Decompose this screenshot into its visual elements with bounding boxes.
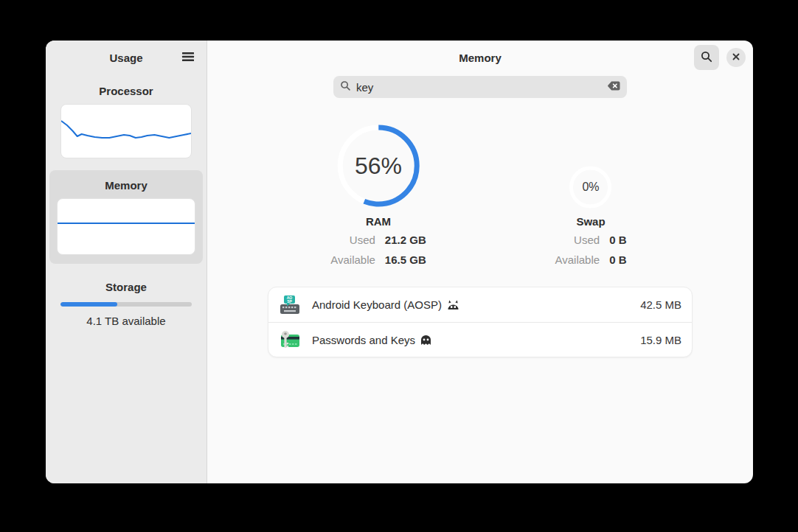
process-name: Android Keyboard (AOSP) (312, 298, 442, 311)
process-memory-value: 15.9 MB (640, 334, 681, 346)
swap-used-label: Used (555, 234, 600, 246)
passwords-keys-app-icon (279, 329, 301, 351)
sidebar-header: Usage (46, 41, 207, 74)
sidebar-item-processor[interactable] (60, 104, 192, 158)
sidebar-item-memory[interactable]: Memory (49, 170, 203, 264)
memory-chart-card (57, 198, 195, 255)
android-robot-icon (447, 300, 459, 310)
ram-gauge: 56% RAM Used 21.2 GB Available 16.5 GB (330, 123, 426, 266)
processor-chart (61, 105, 191, 158)
process-row-android-keyboard[interactable]: AO SP Android Keyboard (AOSP) 42.5 MB (268, 287, 692, 322)
app-title: Usage (109, 52, 142, 64)
search-toggle-button[interactable] (694, 45, 719, 70)
process-list: AO SP Android Keyboard (AOSP) 42.5 MB (268, 287, 693, 357)
window-close-button[interactable] (726, 48, 746, 67)
process-memory-value: 42.5 MB (640, 298, 681, 311)
ram-used-value: 21.2 GB (385, 234, 426, 246)
search-input[interactable]: key (333, 76, 627, 98)
swap-available-value: 0 B (609, 253, 626, 266)
process-row-passwords-keys[interactable]: Passwords and Keys 15.9 MB (268, 322, 692, 357)
main-header: Memory (207, 41, 753, 74)
search-row: key (207, 76, 753, 98)
storage-usage-bar[interactable] (60, 302, 192, 307)
sidebar: Usage Processor Memory Storage (46, 41, 207, 483)
hamburger-icon (181, 52, 195, 64)
ram-available-label: Available (330, 253, 375, 266)
swap-donut-chart: 0% (569, 166, 612, 209)
storage-available-text: 4.1 TB available (46, 315, 207, 327)
usage-app-window: Usage Processor Memory Storage (46, 41, 753, 483)
swap-gauge: 0% Swap Used 0 B Available 0 B (555, 123, 627, 266)
page-title: Memory (459, 52, 502, 64)
ram-used-label: Used (330, 234, 375, 246)
search-icon (701, 51, 712, 65)
svg-text:SP: SP (287, 299, 292, 304)
ram-donut-chart: 56% (336, 123, 421, 209)
swap-available-label: Available (555, 253, 600, 266)
swap-stats: Used 0 B Available 0 B (555, 234, 627, 266)
storage-usage-fill (60, 302, 117, 307)
header-controls (694, 45, 746, 70)
close-icon (732, 52, 740, 63)
search-entry-icon (340, 80, 351, 94)
ram-label: RAM (366, 215, 391, 228)
sidebar-item-memory-label: Memory (57, 179, 195, 192)
memory-chart (58, 199, 195, 254)
swap-percent-value: 0% (569, 166, 612, 209)
swap-label: Swap (576, 215, 605, 228)
ram-percent-value: 56% (336, 123, 421, 209)
sidebar-item-storage-label: Storage (46, 281, 207, 293)
memory-gauges: 56% RAM Used 21.2 GB Available 16.5 GB (207, 123, 753, 276)
clear-search-icon[interactable] (608, 80, 620, 94)
swap-used-value: 0 B (609, 234, 626, 246)
ghost-icon (420, 335, 431, 345)
main-pane: Memory key (207, 41, 753, 483)
android-keyboard-app-icon: AO SP (279, 294, 301, 316)
process-name: Passwords and Keys (312, 334, 415, 346)
search-query-text: key (356, 81, 603, 94)
ram-available-value: 16.5 GB (385, 253, 426, 266)
hamburger-menu-button[interactable] (177, 46, 199, 69)
ram-stats: Used 21.2 GB Available 16.5 GB (330, 234, 426, 266)
sidebar-item-processor-label: Processor (46, 85, 207, 97)
